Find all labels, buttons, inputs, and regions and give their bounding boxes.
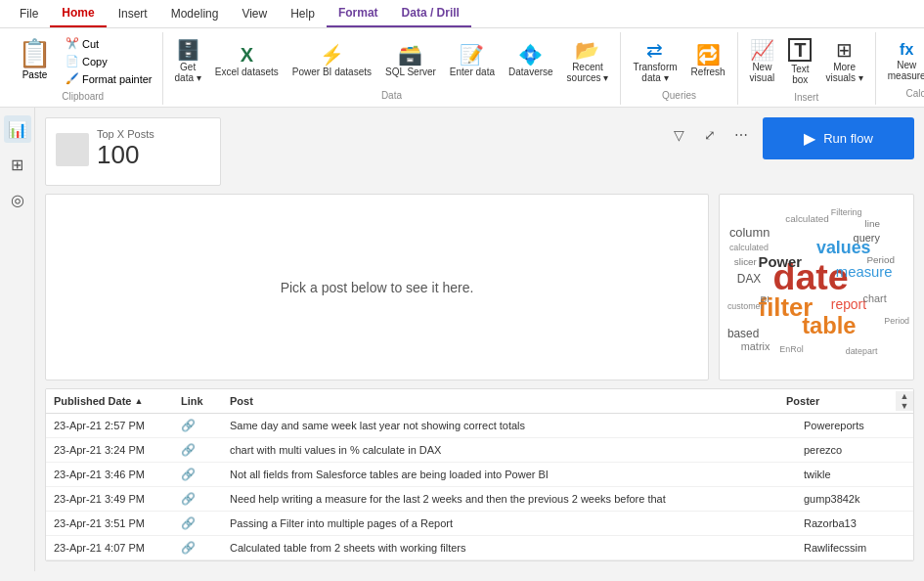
table-row[interactable]: 23-Apr-21 3:46 PM 🔗 Not all fields from … xyxy=(46,463,913,487)
table-row[interactable]: 23-Apr-21 3:24 PM 🔗 chart with multi val… xyxy=(46,438,913,463)
insert-items: 📈 Newvisual T Textbox ⊞ Morevisuals ▾ xyxy=(744,35,869,88)
word-column: column xyxy=(729,225,770,240)
cell-link-0[interactable]: 🔗 xyxy=(173,414,222,437)
col-header-post[interactable]: Post xyxy=(222,389,778,413)
word-table: table xyxy=(802,312,856,338)
cell-date-2: 23-Apr-21 3:46 PM xyxy=(46,464,173,485)
col-post-label: Post xyxy=(230,395,253,407)
cell-link-5[interactable]: 🔗 xyxy=(173,536,222,559)
table-row[interactable]: 23-Apr-21 3:51 PM 🔗 Passing a Filter int… xyxy=(46,512,913,536)
excel-datasets-button[interactable]: X Excel datasets xyxy=(209,42,285,80)
scroll-down-button[interactable]: ▼ xyxy=(901,401,909,411)
tab-insert[interactable]: Insert xyxy=(107,1,159,26)
sql-server-button[interactable]: 🗃️ SQL Server xyxy=(379,42,442,80)
format-painter-icon: 🖌️ xyxy=(66,72,79,85)
dataverse-button[interactable]: 💠 Dataverse xyxy=(503,42,559,80)
data-group-label: Data xyxy=(381,90,402,101)
cell-link-1[interactable]: 🔗 xyxy=(173,438,222,462)
word-cloud-svg: date filter table values measure report … xyxy=(720,195,913,380)
cell-link-2[interactable]: 🔗 xyxy=(173,463,222,486)
cut-label: Cut xyxy=(82,38,99,50)
new-measure-icon: fx xyxy=(900,42,913,58)
new-visual-icon: 📈 xyxy=(750,40,774,60)
powerbi-label: Power BI datasets xyxy=(292,67,372,77)
run-flow-button[interactable]: ▶ Run flow xyxy=(763,117,914,159)
more-visuals-icon: ⊞ xyxy=(836,40,853,60)
word-query: query xyxy=(854,232,881,244)
insert-group-label: Insert xyxy=(794,92,818,103)
new-measure-button[interactable]: fx Newmeasure xyxy=(882,39,924,84)
col-header-poster[interactable]: Poster xyxy=(778,389,896,413)
word-filtering: Filtering xyxy=(831,207,862,217)
pick-post-text: Pick a post below to see it here. xyxy=(281,280,474,295)
col-header-published-date[interactable]: Published Date ▲ xyxy=(46,389,173,413)
table-row[interactable]: 23-Apr-21 3:49 PM 🔗 Need help writing a … xyxy=(46,487,913,512)
more-visuals-button[interactable]: ⊞ Morevisuals ▾ xyxy=(819,37,868,86)
tab-home[interactable]: Home xyxy=(50,0,106,27)
powerbi-datasets-button[interactable]: ⚡ Power BI datasets xyxy=(286,42,377,80)
enter-data-button[interactable]: 📝 Enter data xyxy=(444,42,501,80)
tab-help[interactable]: Help xyxy=(279,1,327,26)
tab-datadrill[interactable]: Data / Drill xyxy=(390,0,471,27)
table-body: 23-Apr-21 2:57 PM 🔗 Same day and same we… xyxy=(46,414,913,560)
sidebar-icon-table[interactable]: ⊞ xyxy=(4,151,31,178)
cell-poster-1: perezco xyxy=(796,439,913,461)
scroll-up-button[interactable]: ▲ xyxy=(901,391,909,401)
word-customer: customer xyxy=(727,301,764,311)
tab-modeling[interactable]: Modeling xyxy=(159,1,231,26)
table-row[interactable]: 23-Apr-21 2:57 PM 🔗 Same day and same we… xyxy=(46,414,913,438)
cell-link-4[interactable]: 🔗 xyxy=(173,512,222,535)
col-header-link[interactable]: Link xyxy=(173,389,222,413)
word-cloud-card: date filter table values measure report … xyxy=(719,194,914,380)
tab-view[interactable]: View xyxy=(230,1,279,26)
get-data-label: Getdata ▾ xyxy=(175,62,201,83)
expand-button[interactable]: ⤢ xyxy=(696,121,724,149)
transform-icon: ⇄ xyxy=(646,40,663,60)
paste-button[interactable]: 📋 Paste xyxy=(10,35,60,87)
metric-card-icon xyxy=(56,133,89,166)
powerbi-icon: ⚡ xyxy=(320,45,344,65)
paste-label: Paste xyxy=(18,69,52,80)
clipboard-smalls: ✂️ Cut 📄 Copy 🖌️ Format painter xyxy=(62,35,156,87)
link-icon-4: 🔗 xyxy=(181,516,196,530)
cut-button[interactable]: ✂️ Cut xyxy=(62,35,156,52)
word-measure: measure xyxy=(836,264,893,280)
group-insert: 📈 Newvisual T Textbox ⊞ Morevisuals ▾ In… xyxy=(738,32,876,105)
format-painter-button[interactable]: 🖌️ Format painter xyxy=(62,70,156,87)
col-published-label: Published Date xyxy=(54,395,131,407)
word-power: Power xyxy=(759,254,803,270)
sidebar-icon-model[interactable]: ◎ xyxy=(4,186,31,213)
table-row[interactable]: 23-Apr-21 4:07 PM 🔗 Calculated table fro… xyxy=(46,536,913,560)
excel-label: Excel datasets xyxy=(215,67,279,77)
cell-poster-0: Powereports xyxy=(796,415,913,436)
refresh-button[interactable]: 🔁 Refresh xyxy=(685,42,731,80)
metric-card-value: 100 xyxy=(97,140,154,170)
copy-label: Copy xyxy=(82,56,108,67)
sidebar-icon-chart[interactable]: 📊 xyxy=(4,115,31,143)
word-calculated2: calculated xyxy=(785,213,828,224)
get-data-button[interactable]: 🗄️ Getdata ▾ xyxy=(169,37,207,86)
calc-group-label: Calculations xyxy=(905,88,924,99)
word-slicer: slicer xyxy=(734,256,758,267)
copy-button[interactable]: 📄 Copy xyxy=(62,53,156,69)
middle-section: Pick a post below to see it here. date f… xyxy=(45,194,914,380)
cell-post-4: Passing a Filter into multiple pages of … xyxy=(222,513,796,534)
tab-format[interactable]: Format xyxy=(327,0,390,27)
cell-link-3[interactable]: 🔗 xyxy=(173,487,222,511)
cell-date-0: 23-Apr-21 2:57 PM xyxy=(46,415,173,436)
cell-date-5: 23-Apr-21 4:07 PM xyxy=(46,537,173,559)
transform-data-button[interactable]: ⇄ Transformdata ▾ xyxy=(627,37,682,86)
more-options-button[interactable]: ⋯ xyxy=(727,121,755,149)
tab-file[interactable]: File xyxy=(8,1,50,26)
new-visual-button[interactable]: 📈 Newvisual xyxy=(744,37,781,86)
group-clipboard: 📋 Paste ✂️ Cut 📄 Copy 🖌️ xyxy=(4,32,163,105)
enter-data-label: Enter data xyxy=(450,67,495,77)
filter-button[interactable]: ▽ xyxy=(665,121,692,149)
main-area: 📊 ⊞ ◎ Top X Posts 100 ▽ ⤢ ⋯ xyxy=(0,108,924,571)
format-painter-label: Format painter xyxy=(82,73,153,85)
cell-poster-2: twikle xyxy=(796,464,913,485)
enter-data-icon: 📝 xyxy=(460,45,484,65)
recent-sources-button[interactable]: 📂 Recentsources ▾ xyxy=(561,37,615,86)
text-box-button[interactable]: T Textbox xyxy=(782,35,817,88)
link-icon-2: 🔗 xyxy=(181,468,196,481)
